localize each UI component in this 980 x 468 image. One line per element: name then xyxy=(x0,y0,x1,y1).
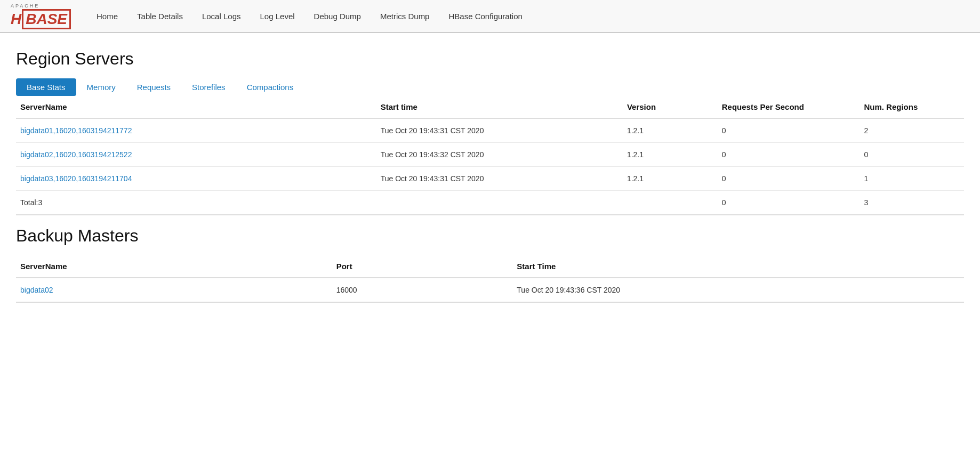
tab-memory[interactable]: Memory xyxy=(76,78,126,96)
cell-num-regions: 0 xyxy=(859,143,964,167)
tab-requests[interactable]: Requests xyxy=(126,78,181,96)
bm-server-link[interactable]: bigdata02 xyxy=(20,286,53,294)
cell-num-regions: 1 xyxy=(859,167,964,191)
nav-metrics-dump[interactable]: Metrics Dump xyxy=(371,1,439,31)
tab-compactions[interactable]: Compactions xyxy=(236,78,304,96)
main-content: Region Servers Base Stats Memory Request… xyxy=(0,33,980,319)
total-version xyxy=(623,191,718,215)
bm-cell-servername: bigdata02 xyxy=(16,278,332,302)
backup-masters-section: Backup Masters ServerName Port Start Tim… xyxy=(16,226,964,303)
logo-h: H xyxy=(11,11,21,28)
nav-home[interactable]: Home xyxy=(87,1,127,31)
backup-masters-table: ServerName Port Start Time bigdata02 160… xyxy=(16,255,964,303)
bm-header-starttime: Start Time xyxy=(512,255,964,278)
header-starttime: Start time xyxy=(376,96,623,118)
cell-starttime: Tue Oct 20 19:43:32 CST 2020 xyxy=(376,143,623,167)
cell-version: 1.2.1 xyxy=(623,167,718,191)
tab-storefiles[interactable]: Storefiles xyxy=(181,78,236,96)
nav-debug-dump[interactable]: Debug Dump xyxy=(304,1,371,31)
total-row: Total:3 0 3 xyxy=(16,191,964,215)
nav-table-details[interactable]: Table Details xyxy=(127,1,192,31)
server-link[interactable]: bigdata03,16020,1603194211704 xyxy=(20,174,132,183)
total-starttime xyxy=(376,191,623,215)
header-rps: Requests Per Second xyxy=(718,96,860,118)
total-num-regions: 3 xyxy=(859,191,964,215)
table-row: bigdata02 16000 Tue Oct 20 19:43:36 CST … xyxy=(16,278,964,302)
header-num-regions: Num. Regions xyxy=(859,96,964,118)
region-servers-table: ServerName Start time Version Requests P… xyxy=(16,96,964,215)
apache-label: APACHE xyxy=(11,3,71,9)
cell-version: 1.2.1 xyxy=(623,143,718,167)
server-link[interactable]: bigdata02,16020,1603194212522 xyxy=(20,150,132,159)
cell-servername: bigdata03,16020,1603194211704 xyxy=(16,167,376,191)
cell-servername: bigdata02,16020,1603194212522 xyxy=(16,143,376,167)
total-label: Total:3 xyxy=(16,191,376,215)
header-version: Version xyxy=(623,96,718,118)
table-row: bigdata01,16020,1603194211772 Tue Oct 20… xyxy=(16,118,964,143)
logo: APACHE H BASE xyxy=(11,3,71,29)
cell-servername: bigdata01,16020,1603194211772 xyxy=(16,118,376,143)
cell-starttime: Tue Oct 20 19:43:31 CST 2020 xyxy=(376,167,623,191)
nav-local-logs[interactable]: Local Logs xyxy=(192,1,251,31)
cell-rps: 0 xyxy=(718,143,860,167)
cell-version: 1.2.1 xyxy=(623,118,718,143)
tab-base-stats[interactable]: Base Stats xyxy=(16,78,76,96)
header-servername: ServerName xyxy=(16,96,376,118)
nav-log-level[interactable]: Log Level xyxy=(251,1,304,31)
bm-header-port: Port xyxy=(332,255,513,278)
cell-rps: 0 xyxy=(718,167,860,191)
cell-starttime: Tue Oct 20 19:43:31 CST 2020 xyxy=(376,118,623,143)
cell-rps: 0 xyxy=(718,118,860,143)
bm-cell-starttime: Tue Oct 20 19:43:36 CST 2020 xyxy=(512,278,964,302)
backup-masters-title: Backup Masters xyxy=(16,226,964,246)
navbar: APACHE H BASE Home Table Details Local L… xyxy=(0,0,980,33)
region-servers-title: Region Servers xyxy=(16,49,964,69)
table-row: bigdata03,16020,1603194211704 Tue Oct 20… xyxy=(16,167,964,191)
bm-header-servername: ServerName xyxy=(16,255,332,278)
total-rps: 0 xyxy=(718,191,860,215)
logo-base: BASE xyxy=(22,9,71,29)
nav-hbase-configuration[interactable]: HBase Configuration xyxy=(439,1,532,31)
table-row: bigdata02,16020,1603194212522 Tue Oct 20… xyxy=(16,143,964,167)
cell-num-regions: 2 xyxy=(859,118,964,143)
nav-links: Home Table Details Local Logs Log Level … xyxy=(87,1,532,31)
server-link[interactable]: bigdata01,16020,1603194211772 xyxy=(20,126,132,135)
region-servers-tabs: Base Stats Memory Requests Storefiles Co… xyxy=(16,78,964,96)
bm-cell-port: 16000 xyxy=(332,278,513,302)
